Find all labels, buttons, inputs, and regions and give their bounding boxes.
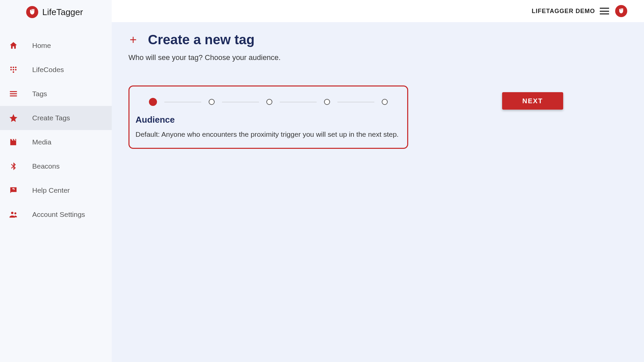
sidebar-item-label: Create Tags [32, 114, 70, 122]
wizard-row: Audience Default: Anyone who encounters … [128, 85, 627, 149]
sidebar-item-label: Help Center [32, 186, 70, 194]
sidebar-item-label: Tags [32, 90, 47, 98]
sidebar: LifeTagger Home LifeCodes Tags Create T [0, 0, 112, 362]
wizard-step-titlements: Audience [136, 115, 401, 125]
menu-icon[interactable] [600, 8, 609, 14]
page-subtitle: Who will see your tag? Choose your audie… [128, 53, 627, 62]
dialpad-icon [8, 64, 19, 75]
step-3[interactable] [266, 99, 272, 105]
main: LIFETAGGER DEMO + Create a new tag Who w… [112, 0, 644, 362]
home-icon [8, 40, 19, 51]
svg-rect-8 [10, 93, 17, 94]
next-button[interactable]: NEXT [502, 92, 563, 110]
svg-point-3 [10, 69, 12, 71]
svg-point-6 [13, 71, 14, 73]
help-icon [8, 185, 19, 196]
step-2[interactable] [209, 99, 215, 105]
svg-point-2 [15, 67, 17, 68]
svg-point-10 [11, 212, 13, 214]
movie-icon [8, 137, 19, 147]
sidebar-item-help-center[interactable]: Help Center [0, 178, 112, 202]
brand-logo-icon [26, 6, 38, 18]
sidebar-item-lifecodes[interactable]: LifeCodes [0, 58, 112, 82]
avatar[interactable] [615, 5, 627, 17]
svg-rect-9 [10, 96, 17, 97]
sidebar-item-label: Home [32, 42, 51, 50]
list-icon [8, 88, 19, 99]
page-title: Create a new tag [148, 32, 255, 47]
svg-rect-7 [10, 91, 17, 92]
wizard-card: Audience Default: Anyone who encounters … [128, 85, 408, 149]
brand: LifeTagger [0, 5, 112, 34]
plus-icon: + [128, 35, 138, 45]
sidebar-nav: Home LifeCodes Tags Create Tags Media [0, 34, 112, 227]
star-icon [8, 113, 19, 123]
step-1[interactable] [149, 98, 157, 106]
people-icon [8, 209, 19, 220]
sidebar-item-home[interactable]: Home [0, 34, 112, 58]
sidebar-item-label: Beacons [32, 162, 60, 170]
sidebar-item-account-settings[interactable]: Account Settings [0, 202, 112, 227]
topbar: LIFETAGGER DEMO [112, 0, 644, 22]
sidebar-item-create-tags[interactable]: Create Tags [0, 106, 112, 130]
step-4[interactable] [324, 99, 330, 105]
brand-name: LifeTagger [42, 7, 83, 17]
content: + Create a new tag Who will see your tag… [112, 22, 644, 149]
wizard-step-desc: Default: Anyone who encounters the proxi… [136, 130, 401, 138]
sidebar-item-tags[interactable]: Tags [0, 82, 112, 106]
sidebar-item-media[interactable]: Media [0, 130, 112, 154]
step-5[interactable] [382, 99, 388, 105]
svg-point-1 [13, 67, 14, 68]
svg-point-0 [10, 67, 12, 68]
bluetooth-icon [8, 161, 19, 172]
svg-point-4 [13, 69, 14, 71]
page-head: + Create a new tag [128, 32, 627, 47]
svg-point-5 [15, 69, 17, 71]
sidebar-item-label: LifeCodes [32, 66, 64, 74]
account-label: LIFETAGGER DEMO [532, 8, 595, 15]
stepper [136, 96, 401, 113]
sidebar-item-label: Media [32, 138, 51, 146]
sidebar-item-beacons[interactable]: Beacons [0, 154, 112, 178]
svg-point-11 [14, 213, 16, 215]
sidebar-item-label: Account Settings [32, 210, 85, 219]
